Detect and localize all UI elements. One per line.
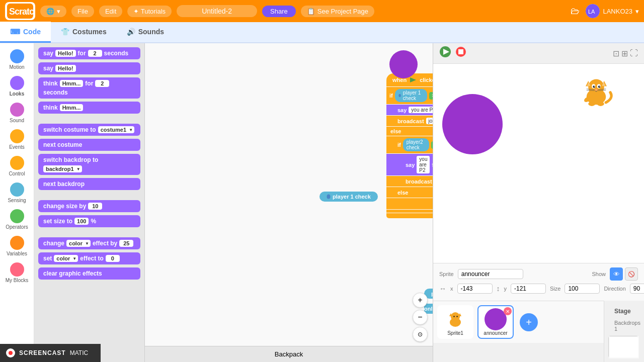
x-position-input[interactable] xyxy=(457,284,493,294)
direction-input[interactable] xyxy=(630,284,644,294)
palette-control[interactable]: Control xyxy=(1,154,33,178)
broadcast-join-block-2[interactable]: broadcast join▼ xyxy=(386,176,433,187)
scratch-logo[interactable]: Scratch xyxy=(5,2,35,20)
if-player2-block[interactable]: if player2 check = player 2 online? then xyxy=(386,136,433,153)
else-label-2: else xyxy=(386,187,433,198)
announcer-delete-button[interactable]: ✕ xyxy=(504,307,512,315)
if-player1-block[interactable]: if player 1 check = player 1 online? the… xyxy=(386,87,433,104)
palette-variables[interactable]: Variables xyxy=(1,234,33,258)
file-menu-button[interactable]: File xyxy=(71,6,94,17)
code-icon: ⌨ xyxy=(10,28,20,36)
palette-motion[interactable]: Motion xyxy=(1,47,33,72)
set-size-block[interactable]: set size to 100 % xyxy=(38,215,140,227)
palette-operators[interactable]: Operators xyxy=(1,207,33,232)
svg-point-22 xyxy=(599,86,600,87)
screencast-dot-inner xyxy=(9,351,13,355)
svg-point-30 xyxy=(597,102,604,106)
edit-menu-button[interactable]: Edit xyxy=(99,6,122,17)
tab-code[interactable]: ⌨ Code xyxy=(0,22,51,43)
change-size-block[interactable]: change size by 10 xyxy=(38,200,140,212)
tab-sounds[interactable]: 🔊 Sounds xyxy=(117,22,174,43)
tutorials-button[interactable]: ✦ Tutorials xyxy=(127,6,172,17)
switch-costume-block[interactable]: switch costume to costume1 xyxy=(38,124,140,136)
stage-panel: ⊡ ⊞ ⛶ xyxy=(433,43,644,362)
think-hmm-seconds-block[interactable]: think Hmm... for 2 seconds xyxy=(38,77,140,99)
backpack-bar[interactable]: Backpack xyxy=(145,346,433,362)
show-toggle: 👁 🚫 xyxy=(610,267,638,281)
myblocks-dot xyxy=(10,262,24,277)
script-area[interactable]: when clicked if player 1 check = player … xyxy=(145,43,433,362)
sprite1-card[interactable]: Sprite1 xyxy=(437,305,473,339)
stage-purple-circle xyxy=(442,94,503,154)
palette-myblocks[interactable]: My Blocks xyxy=(1,260,33,285)
announcer-card[interactable]: ✕ announcer xyxy=(477,305,514,339)
tab-costumes[interactable]: 👕 Costumes xyxy=(51,22,117,43)
say-hello-block[interactable]: say Hello! xyxy=(38,62,140,74)
avatar: LA xyxy=(586,4,600,18)
svg-point-12 xyxy=(588,79,604,96)
change-effect-block[interactable]: change color effect by 25 xyxy=(38,237,140,249)
shrink-stage-button[interactable]: ⊡ xyxy=(613,49,619,58)
y-position-input[interactable] xyxy=(511,284,546,294)
zoom-out-button[interactable]: − xyxy=(413,310,428,325)
stage-resize-buttons: ⊡ ⊞ ⛶ xyxy=(613,49,638,58)
show-hidden-button[interactable]: 🚫 xyxy=(625,267,638,281)
think-hmm-block[interactable]: think Hmm... xyxy=(38,102,140,114)
zoom-in-button[interactable]: + xyxy=(413,293,428,308)
backdrops-area: Backdrops 1 xyxy=(608,318,640,334)
sprite-tray: Sprite1 ✕ announcer + xyxy=(433,301,604,343)
sprite-name-input[interactable] xyxy=(458,269,523,279)
events-dot xyxy=(10,129,24,143)
user-area[interactable]: LA LANKO23 ▾ xyxy=(586,4,639,18)
broadcast-join-block[interactable]: broadcast join▼ xyxy=(386,116,433,126)
palette-events[interactable]: Events xyxy=(1,127,33,152)
say-hello-seconds-block[interactable]: say Hello! for 2 seconds xyxy=(38,47,140,59)
stage-bottom: Sprite1 ✕ announcer + xyxy=(433,301,644,362)
else-body-empty xyxy=(386,198,433,209)
folder-button[interactable]: 🗁 xyxy=(569,4,582,19)
globe-button[interactable]: 🌐 ▾ xyxy=(40,6,66,17)
screencast-bar[interactable]: SCREENCAST MATIC xyxy=(0,344,101,362)
say-you-are-p2-block[interactable]: say you are P2 for 2 seconds 0 xyxy=(386,154,433,175)
sprite1-label: Sprite1 xyxy=(447,330,463,336)
palette-sensing[interactable]: Sensing xyxy=(1,180,33,205)
stage-thumbnail[interactable] xyxy=(608,336,638,358)
fullscreen-button[interactable]: ⛶ xyxy=(630,49,638,58)
next-backdrop-block[interactable]: next backdrop xyxy=(38,178,140,190)
say-you-are-p1-block[interactable]: say you are P1 for 2 seconds xyxy=(386,105,433,115)
show-visible-button[interactable]: 👁 xyxy=(610,267,623,281)
sprite1-thumb xyxy=(441,308,469,330)
palette-looks[interactable]: Looks xyxy=(1,74,33,99)
normal-stage-button[interactable]: ⊞ xyxy=(621,49,628,58)
clear-effects-block[interactable]: clear graphic effects xyxy=(38,267,140,280)
see-project-button[interactable]: 📋 See Project Page xyxy=(301,6,374,17)
svg-marker-4 xyxy=(410,77,416,82)
stage-canvas xyxy=(433,64,644,263)
end-if-inner xyxy=(386,210,433,213)
equals-operator: = xyxy=(429,92,433,100)
svg-point-35 xyxy=(453,316,455,317)
next-costume-block[interactable]: next costume xyxy=(38,139,140,151)
purple-circle-script xyxy=(389,50,418,78)
stop-button[interactable] xyxy=(455,46,466,60)
control-dot xyxy=(10,156,24,170)
green-flag-button[interactable] xyxy=(439,46,451,60)
svg-point-6 xyxy=(327,195,331,199)
switch-backdrop-block[interactable]: switch backdrop to backdrop1 xyxy=(38,154,140,175)
set-effect-block[interactable]: set color effect to 0 xyxy=(38,252,140,264)
share-button[interactable]: Share xyxy=(262,6,296,17)
project-name-input[interactable] xyxy=(177,5,257,17)
zoom-controls: + − ⊙ xyxy=(413,293,428,342)
x-arrow-icon: ↔ xyxy=(439,285,446,293)
player2-check-oval: player2 check xyxy=(403,138,429,151)
palette-sound[interactable]: Sound xyxy=(1,101,33,125)
cat-sprite xyxy=(579,74,614,111)
looks-dot xyxy=(10,76,24,90)
zoom-reset-button[interactable]: ⊙ xyxy=(413,327,428,342)
svg-point-32 xyxy=(451,312,460,321)
add-sprite-button[interactable]: + xyxy=(520,313,538,331)
sprite-info-row-top: Sprite Show 👁 🚫 xyxy=(439,267,638,281)
floating-player1-check[interactable]: player 1 check xyxy=(319,192,378,202)
size-input[interactable] xyxy=(565,284,600,294)
sprites-list: Sprite1 ✕ announcer + xyxy=(433,301,604,343)
